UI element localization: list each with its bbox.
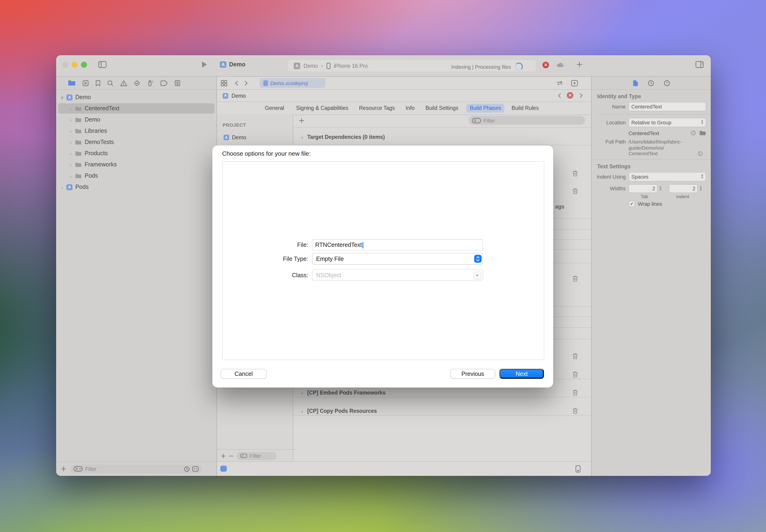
find-navigator-icon[interactable] (107, 80, 114, 86)
project-item-row[interactable]: A Demo (223, 135, 246, 140)
breakpoint-navigator-icon[interactable] (160, 80, 168, 86)
navigator-tree-item[interactable]: ›Pods (56, 170, 216, 181)
tab-build-phases[interactable]: Build Phases (467, 104, 504, 113)
indent-using-popup[interactable]: Spaces ▲▼ (629, 172, 706, 181)
delete-phase-trash-icon[interactable] (572, 170, 578, 177)
debug-navigator-icon[interactable] (147, 79, 154, 86)
device-preview-icon[interactable] (575, 465, 581, 473)
cancel-button[interactable]: Cancel (221, 369, 266, 379)
navigator-tree-item[interactable]: ›CenteredText (56, 103, 216, 114)
reveal-path-arrow-icon[interactable] (697, 150, 703, 156)
previous-issue-icon[interactable] (558, 93, 561, 98)
run-button[interactable] (201, 61, 208, 68)
location-popup[interactable]: Relative to Group ▲▼ (629, 118, 706, 127)
next-issue-icon[interactable] (579, 93, 583, 98)
disclosure-chevron-icon[interactable]: › (60, 184, 65, 190)
disclosure-chevron-icon[interactable]: › (68, 140, 73, 145)
zoom-window-button[interactable] (81, 62, 87, 68)
help-inspector-icon[interactable]: ? (663, 80, 670, 86)
recent-files-clock-icon[interactable] (184, 466, 190, 472)
related-items-grid-icon[interactable] (221, 80, 227, 86)
navigator-filter-field[interactable]: Filter (70, 464, 202, 473)
indent-width-stepper[interactable]: ▲▼ (699, 186, 702, 191)
tab-resource-tags[interactable]: Resource Tags (356, 104, 398, 113)
activity-status[interactable]: Indexing | Processing files (451, 63, 523, 71)
indent-width-field[interactable]: 2 (669, 184, 698, 193)
tab-build-settings[interactable]: Build Settings (422, 104, 462, 113)
delete-phase-trash-icon[interactable] (572, 188, 578, 195)
choose-folder-icon[interactable] (699, 130, 706, 136)
wrap-lines-checkbox[interactable]: ✓ (629, 200, 635, 207)
navigator-tree-item[interactable]: ›DemoTests (56, 137, 216, 148)
disclosure-chevron-icon[interactable]: › (300, 134, 304, 140)
disclosure-chevron-icon[interactable]: › (68, 162, 73, 167)
remove-target-icon[interactable] (229, 453, 234, 458)
disclosure-chevron-icon[interactable]: › (68, 151, 73, 156)
tab-width-stepper[interactable]: ▲▼ (659, 186, 662, 191)
jump-bar-file-tab[interactable]: Demo.xcodeproj (259, 78, 325, 88)
tab-general[interactable]: General (262, 104, 287, 113)
location-label: Location (592, 120, 629, 125)
navigator-tree-item[interactable]: ›Products (56, 148, 216, 159)
swap-editor-icon[interactable] (557, 80, 563, 86)
minimize-window-button[interactable] (72, 62, 78, 68)
delete-phase-trash-icon[interactable] (572, 353, 578, 360)
folder-icon (75, 128, 82, 133)
report-navigator-icon[interactable] (174, 80, 180, 86)
error-count-badge[interactable]: ✕ (543, 62, 549, 68)
add-file-icon[interactable] (61, 466, 66, 472)
add-build-phase-icon[interactable] (299, 118, 304, 123)
file-name-input[interactable]: RTNCenteredText (312, 239, 483, 251)
scheme-selector[interactable]: A Demo › iPhone 16 Pro (294, 63, 368, 69)
delete-phase-trash-icon[interactable] (572, 275, 578, 282)
next-button[interactable]: Next (500, 369, 544, 379)
phase-row-target-dependencies[interactable]: › Target Dependencies (0 items) (293, 131, 591, 143)
navigator-tree-item[interactable]: ∨ADemo (56, 92, 216, 103)
issue-badge[interactable]: ✕ (567, 92, 573, 99)
name-field[interactable]: CenteredText (629, 102, 706, 111)
add-editor-icon[interactable] (571, 80, 578, 86)
project-navigator-icon[interactable] (68, 80, 76, 86)
toggle-navigator-icon[interactable] (98, 61, 107, 68)
test-navigator-icon[interactable] (134, 80, 140, 86)
disclosure-chevron-icon[interactable]: › (300, 390, 304, 395)
close-window-button[interactable] (62, 62, 68, 68)
tab-width-field[interactable]: 2 (629, 184, 658, 193)
issue-navigator-icon[interactable] (120, 80, 127, 86)
disclosure-chevron-icon[interactable]: › (68, 173, 73, 178)
disclosure-chevron-icon[interactable]: › (68, 128, 73, 133)
tab-info[interactable]: Info (403, 104, 418, 113)
tab-signing-capabilities[interactable]: Signing & Capabilities (293, 104, 352, 113)
navigator-tree-item[interactable]: ›APods (56, 181, 216, 193)
disclosure-chevron-icon[interactable]: ∨ (60, 95, 65, 100)
navigator-tree-item[interactable]: ›Demo (56, 114, 216, 125)
forward-icon[interactable] (244, 80, 248, 86)
disclosure-chevron-icon[interactable]: › (300, 408, 304, 413)
build-phases-filter-field[interactable]: Filter (469, 116, 585, 125)
add-item-icon[interactable] (576, 61, 583, 68)
combo-chevron-icon[interactable]: ▼ (473, 271, 481, 279)
previous-button[interactable]: Previous (450, 369, 495, 379)
phase-row-embed-pods[interactable]: › [CP] Embed Pods Frameworks (293, 387, 591, 398)
tab-build-rules[interactable]: Build Rules (508, 104, 542, 113)
history-inspector-icon[interactable] (648, 80, 654, 86)
cloud-icon[interactable] (557, 62, 565, 68)
class-combo-box[interactable]: NSObject ▼ (312, 269, 483, 281)
toggle-inspector-icon[interactable] (695, 61, 704, 68)
source-control-status-icon[interactable] (192, 466, 199, 472)
delete-phase-trash-icon[interactable] (572, 371, 578, 378)
file-inspector-icon[interactable] (633, 80, 638, 86)
bookmarks-navigator-icon[interactable] (95, 80, 100, 86)
add-target-icon[interactable] (221, 453, 226, 458)
targets-filter-field[interactable]: Filter (237, 452, 277, 460)
source-control-icon[interactable] (82, 80, 89, 86)
disclosure-chevron-icon[interactable]: › (68, 117, 73, 122)
filter-breakpoints-icon[interactable] (220, 466, 227, 472)
navigator-tree-item[interactable]: ›Frameworks (56, 159, 216, 170)
phase-row-copy-pods[interactable]: › [CP] Copy Pods Resources (293, 405, 591, 417)
clear-group-icon[interactable] (690, 130, 696, 136)
back-icon[interactable] (235, 80, 238, 86)
navigator-tree-item[interactable]: ›Libraries (56, 125, 216, 137)
disclosure-chevron-icon[interactable]: › (68, 106, 73, 111)
file-type-popup[interactable]: Empty File (312, 253, 483, 265)
